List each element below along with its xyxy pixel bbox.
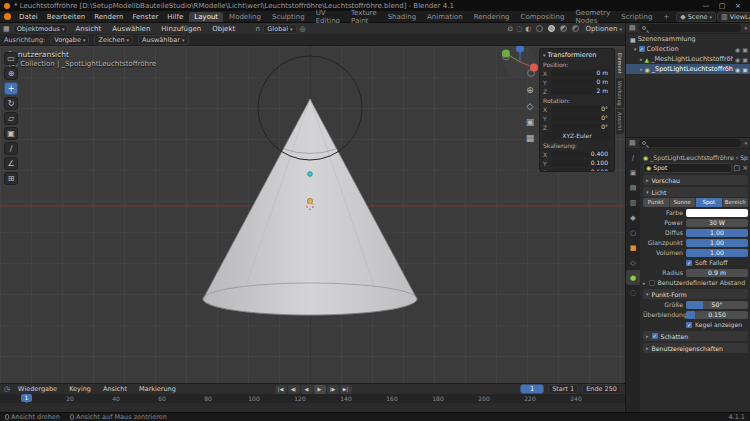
spot-blend-slider[interactable]: 0.150 [686, 311, 748, 319]
timeline-editor-icon[interactable]: ◷ [4, 385, 10, 393]
tab-constraints[interactable]: ◇ [626, 255, 640, 270]
light-type-spot[interactable]: Spot [696, 198, 723, 207]
nav-gizmo[interactable] [502, 46, 538, 78]
snap-magnet-icon[interactable]: ∩ [255, 25, 260, 33]
outliner-search-input[interactable] [639, 24, 742, 32]
overlays-icon[interactable]: ◌ [516, 25, 522, 33]
sidebar-tab-element[interactable]: Element [616, 50, 624, 77]
panel-schatten[interactable]: ▸ ✓ Schatten [643, 331, 748, 341]
tool-rotate[interactable]: ↻ [4, 97, 18, 110]
timeline-ruler[interactable]: 20 40 60 80 100 120 140 160 180 200 220 … [0, 394, 625, 403]
light-type-bereich[interactable]: Bereich [723, 198, 749, 207]
menu-fenster[interactable]: Fenster [128, 13, 162, 21]
next-keyframe-button[interactable]: |▶ [327, 385, 339, 394]
spot-size-slider[interactable]: 50° [686, 301, 748, 309]
workspace-tab-animation[interactable]: Animation [422, 12, 468, 22]
rotation-z-field[interactable]: 0° [551, 123, 611, 131]
tab-object-data[interactable]: ● [626, 270, 640, 285]
prev-keyframe-button[interactable]: ◀| [288, 385, 300, 394]
volume-slider[interactable]: 1.00 [686, 249, 748, 257]
scale-z-field[interactable]: 0.500 [551, 168, 611, 172]
menu-objekt[interactable]: Objekt [208, 25, 239, 33]
tab-physics[interactable]: ◌ [626, 285, 640, 300]
filter-icon[interactable]: ▾ [744, 25, 747, 31]
collection-checkbox[interactable]: ✓ [639, 46, 645, 52]
datablock-name-field[interactable]: ◉ Spot [643, 163, 732, 173]
proportional-edit-icon[interactable]: ◎ [300, 25, 306, 33]
tool-scale[interactable]: ▱ [4, 112, 18, 125]
expand-icon[interactable]: ▾ [634, 46, 637, 52]
panel-benutzereigenschaften[interactable]: ▸ Benutzereigenschaften [643, 343, 748, 353]
menu-markierung[interactable]: Markierung [135, 385, 180, 393]
workspace-tab-sculpting[interactable]: Sculpting [267, 12, 310, 22]
camera-icon[interactable]: ▣ [742, 56, 748, 63]
scale-y-field[interactable]: 0.100 [551, 159, 611, 167]
outliner-row-scene-collection[interactable]: ▦ Szenensammlung [626, 34, 750, 44]
properties-editor-icon[interactable]: ▤ [629, 139, 636, 147]
tool-option-dropdown-1[interactable]: Zeichen ▾ [94, 35, 133, 45]
properties-search-input[interactable] [639, 139, 742, 147]
panel-spot-form[interactable]: ▾ Punkt-Form [643, 289, 748, 299]
tool-transform[interactable]: ▣ [4, 127, 18, 140]
jump-start-button[interactable]: |◀ [275, 385, 287, 394]
radius-field[interactable]: 0.9 m [686, 269, 748, 277]
tab-viewlayer[interactable]: ▥ [626, 195, 640, 210]
color-swatch[interactable] [686, 209, 748, 217]
rotation-x-field[interactable]: 0° [551, 105, 611, 113]
tab-tool[interactable]: ∕ [626, 150, 640, 165]
menu-keying[interactable]: Keying [65, 385, 95, 393]
menu-hilfe[interactable]: Hilfe [163, 13, 187, 21]
show-cone-checkbox[interactable]: ✓ [686, 322, 692, 328]
current-frame-field[interactable]: 1 [520, 384, 544, 394]
shield-icon[interactable]: ▢ [734, 164, 741, 172]
shading-wireframe-icon[interactable] [536, 25, 543, 32]
light-type-sonne[interactable]: Sonne [670, 198, 697, 207]
position-x-field[interactable]: 0 m [551, 69, 611, 77]
eye-icon[interactable]: ◉ [735, 66, 740, 73]
tab-world[interactable]: ○ [626, 225, 640, 240]
menu-auswaehlen[interactable]: Auswählen [108, 25, 154, 33]
custom-distance-checkbox[interactable] [649, 280, 655, 286]
position-y-field[interactable]: 0 m [551, 78, 611, 86]
shading-rendered-icon[interactable] [572, 25, 579, 32]
maximize-button[interactable]: ▢ [714, 2, 730, 10]
menu-ansicht[interactable]: Ansicht [71, 25, 105, 33]
subpanel-custom-distance[interactable]: ▸ Benutzerdefinierter Abstand [643, 278, 748, 287]
scale-x-field[interactable]: 0.400 [551, 150, 611, 158]
viewlayer-selector[interactable]: ▥ ViewLayer [717, 12, 750, 22]
tool-measure[interactable]: ∠ [4, 157, 18, 170]
soft-falloff-checkbox[interactable]: ✓ [686, 260, 692, 266]
sidebar-tab-ansicht[interactable]: Ansicht [616, 109, 624, 133]
play-reverse-button[interactable]: ◀ [301, 385, 313, 394]
specular-slider[interactable]: 1.00 [686, 239, 748, 247]
workspace-tab-modeling[interactable]: Modeling [224, 12, 266, 22]
tool-add-cube[interactable]: ⊞ [4, 172, 18, 185]
options-dropdown[interactable]: Optionen ▾ [585, 25, 622, 33]
panel-licht[interactable]: ▾ Licht [643, 187, 748, 197]
eye-icon[interactable]: ◉ [735, 56, 740, 63]
jump-end-button[interactable]: ▶| [340, 385, 352, 394]
shading-solid-icon[interactable] [548, 25, 555, 32]
frame-end-field[interactable]: Ende 250 [582, 384, 621, 394]
play-button[interactable]: ▶ [314, 385, 326, 394]
menu-hinzufuegen[interactable]: Hinzufügen [157, 25, 205, 33]
menu-datei[interactable]: Datei [15, 13, 42, 21]
orientation-value-dropdown[interactable]: Vorgabe ▾ [50, 35, 89, 45]
editor-type-icon[interactable]: ▦ [3, 25, 10, 33]
sidebar-tab-werkzeug[interactable]: Werkzeug [616, 78, 624, 109]
rotation-mode-dropdown[interactable]: XYZ-Euler [543, 132, 611, 140]
menu-bearbeiten[interactable]: Bearbeiten [43, 13, 89, 21]
outliner-row-spotlight[interactable]: ▸ ◉ _SpotLightLeuchtstoffröhre ◉ ▣ [626, 64, 750, 74]
perspective-toggle-icon[interactable]: ▦ [524, 132, 536, 144]
xray-icon[interactable]: ◐ [525, 25, 531, 33]
minimize-button[interactable]: — [698, 2, 714, 10]
tab-scene[interactable]: ◆ [626, 210, 640, 225]
camera-view-icon[interactable]: ▣ [524, 116, 536, 128]
add-workspace-button[interactable]: + [658, 12, 674, 22]
tab-object[interactable]: ■ [626, 240, 640, 255]
workspace-tab-scripting[interactable]: Scripting [616, 12, 657, 22]
scene-selector[interactable]: ◆ Scene ▾ [676, 12, 716, 22]
menu-rendern[interactable]: Rendern [90, 13, 127, 21]
pan-icon[interactable]: ◇ [524, 100, 536, 112]
outliner-editor-icon[interactable]: ▤ [629, 24, 636, 32]
